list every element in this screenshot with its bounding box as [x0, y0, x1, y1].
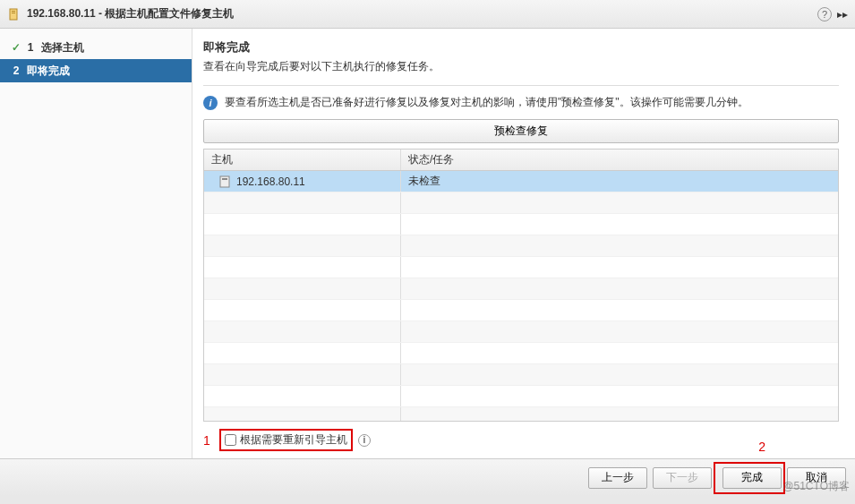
check-icon: ✓: [9, 41, 23, 54]
info-icon: i: [203, 96, 218, 110]
table-row: [204, 343, 838, 364]
table-row: [204, 300, 838, 321]
title-bar: 192.168.80.11 - 根据主机配置文件修复主机 ? ▸▸: [0, 0, 855, 29]
column-header-status[interactable]: 状态/任务: [401, 149, 838, 170]
step-number: 1: [23, 41, 38, 54]
info-text: 要查看所选主机是否已准备好进行修复以及修复对主机的影响，请使用"预检查修复"。该…: [225, 95, 748, 110]
annotation-marker-1: 1: [203, 433, 210, 448]
svg-rect-4: [222, 178, 227, 180]
help-icon[interactable]: i: [358, 434, 371, 447]
reboot-host-label: 根据需要重新引导主机: [240, 432, 347, 448]
annotation-marker-2: 2: [758, 440, 765, 454]
step-number: 2: [9, 64, 23, 77]
page-description: 查看在向导完成后要对以下主机执行的修复任务。: [203, 59, 839, 74]
step-label: 选择主机: [41, 40, 84, 56]
reboot-host-checkbox[interactable]: [225, 434, 236, 446]
hosts-table: 主机 状态/任务 192.168.80.11未检查: [203, 149, 839, 422]
table-row[interactable]: 192.168.80.11未检查: [204, 171, 838, 192]
step-label: 即将完成: [27, 64, 70, 79]
column-header-host[interactable]: 主机: [204, 149, 401, 170]
table-row: [204, 214, 838, 235]
table-row: [204, 364, 838, 386]
table-row: [204, 386, 838, 407]
status-cell: 未检查: [408, 174, 440, 189]
annotation-box-1: 根据需要重新引导主机: [219, 429, 353, 451]
svg-rect-3: [220, 176, 229, 187]
dialog-title: 192.168.80.11 - 根据主机配置文件修复主机: [27, 6, 817, 21]
precheck-remediation-button[interactable]: 预检查修复: [203, 119, 839, 143]
svg-rect-1: [12, 11, 15, 12]
table-header: 主机 状态/任务: [204, 149, 838, 171]
table-row: [204, 235, 838, 257]
step-ready-to-complete[interactable]: 2 即将完成: [0, 59, 192, 82]
table-body: 192.168.80.11未检查: [204, 171, 838, 421]
table-row: [204, 192, 838, 214]
divider: [203, 85, 839, 86]
expand-icon[interactable]: ▸▸: [837, 8, 848, 21]
back-button[interactable]: 上一步: [588, 467, 647, 489]
host-icon: [218, 175, 231, 188]
svg-rect-0: [10, 9, 17, 20]
step-select-host[interactable]: ✓ 1 选择主机: [0, 36, 192, 59]
finish-button[interactable]: 完成: [722, 467, 782, 489]
info-message: i 要查看所选主机是否已准备好进行修复以及修复对主机的影响，请使用"预检查修复"…: [203, 95, 839, 110]
page-title: 即将完成: [203, 39, 839, 56]
help-icon[interactable]: ?: [817, 7, 832, 21]
host-profile-icon: [7, 7, 21, 21]
table-row: [204, 278, 838, 300]
cancel-button[interactable]: 取消: [787, 467, 846, 489]
wizard-steps-sidebar: ✓ 1 选择主机 2 即将完成: [0, 29, 192, 458]
table-row: [204, 321, 838, 343]
next-button: 下一步: [653, 467, 712, 489]
footer-bar: 2 上一步 下一步 完成 取消 @51CTO博客: [0, 458, 855, 496]
svg-rect-2: [12, 13, 15, 13]
table-row: [204, 257, 838, 278]
host-cell: 192.168.80.11: [236, 175, 305, 188]
table-row: [204, 407, 838, 421]
